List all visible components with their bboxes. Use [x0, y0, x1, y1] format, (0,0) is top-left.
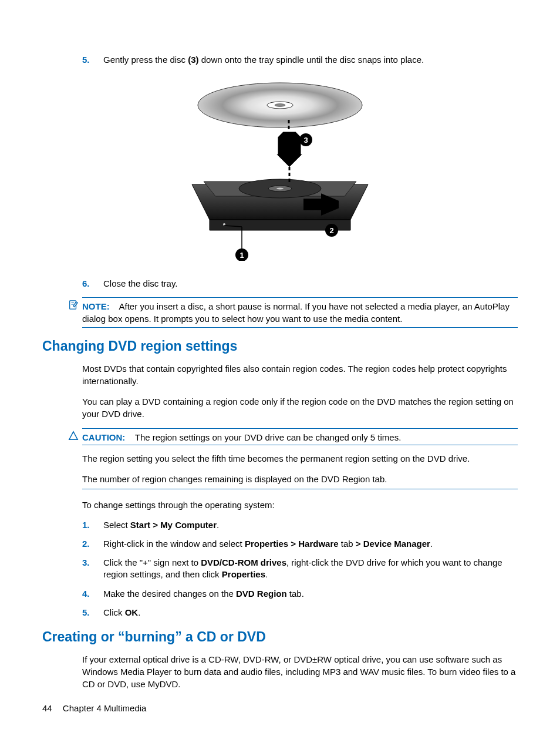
step-number: 5. — [82, 54, 103, 66]
note-icon — [68, 300, 79, 310]
heading-region-settings: Changing DVD region settings — [42, 338, 518, 354]
disc-tray-figure: 3 2 1 — [42, 79, 518, 263]
step-item: 4.Make the desired changes on the DVD Re… — [82, 588, 518, 600]
step-text: Select Start > My Computer. — [103, 519, 518, 531]
step-item: 6. Close the disc tray. — [82, 278, 518, 290]
step-text: Gently press the disc (3) down onto the … — [103, 54, 518, 66]
step-number: 4. — [82, 588, 103, 600]
svg-text:1: 1 — [239, 251, 244, 260]
svg-rect-23 — [70, 300, 76, 308]
body-text: If your external optical drive is a CD-R… — [82, 653, 518, 690]
steps-list: 1.Select Start > My Computer.2.Right-cli… — [42, 519, 518, 619]
svg-marker-12 — [279, 155, 300, 166]
body-text: You can play a DVD containing a region c… — [82, 395, 518, 420]
step-text: Click OK. — [103, 607, 518, 619]
note-label: NOTE: — [82, 301, 110, 311]
svg-text:3: 3 — [303, 136, 308, 145]
step-item: 2.Right-click in the window and select P… — [82, 538, 518, 550]
svg-point-8 — [276, 188, 284, 190]
step-text: Right-click in the window and select Pro… — [103, 538, 518, 550]
step-text: Close the disc tray. — [103, 278, 518, 290]
svg-point-2 — [275, 104, 285, 107]
step-number: 5. — [82, 607, 103, 619]
document-page: 5. Gently press the disc (3) down onto t… — [0, 0, 560, 746]
caution-text: The region setting you select the fifth … — [82, 452, 518, 465]
svg-text:2: 2 — [329, 226, 333, 235]
page-footer: 44 Chapter 4 Multimedia — [42, 703, 146, 713]
step-number: 6. — [82, 278, 103, 290]
step-item: 3.Click the "+" sign next to DVD/CD-ROM … — [82, 557, 518, 581]
body-text: To change settings through the operating… — [82, 499, 518, 511]
page-number: 44 — [42, 703, 52, 713]
caution-label: CAUTION: — [82, 432, 125, 442]
step-item: 1.Select Start > My Computer. — [82, 519, 518, 531]
svg-marker-26 — [69, 431, 77, 439]
step-number: 1. — [82, 519, 103, 531]
step-item: 5. Gently press the disc (3) down onto t… — [82, 54, 518, 66]
caution-box: CAUTION: The region settings on your DVD… — [82, 428, 518, 445]
caution-tail: The number of region changes remaining i… — [82, 473, 518, 489]
body-text: Most DVDs that contain copyrighted files… — [82, 362, 518, 387]
step-text: Make the desired changes on the DVD Regi… — [103, 588, 518, 600]
step-item: 5.Click OK. — [82, 607, 518, 619]
step-text: Click the "+" sign next to DVD/CD-ROM dr… — [103, 557, 518, 581]
note-box: NOTE: After you insert a disc, a short p… — [82, 297, 518, 328]
note-text — [112, 301, 119, 311]
chapter-label: Chapter 4 Multimedia — [63, 703, 147, 713]
step-number: 3. — [82, 557, 103, 581]
disc-tray-illustration: 3 2 1 — [174, 79, 386, 261]
caution-icon — [68, 431, 79, 441]
heading-burning: Creating or “burning” a CD or DVD — [42, 629, 518, 645]
step-number: 2. — [82, 538, 103, 550]
